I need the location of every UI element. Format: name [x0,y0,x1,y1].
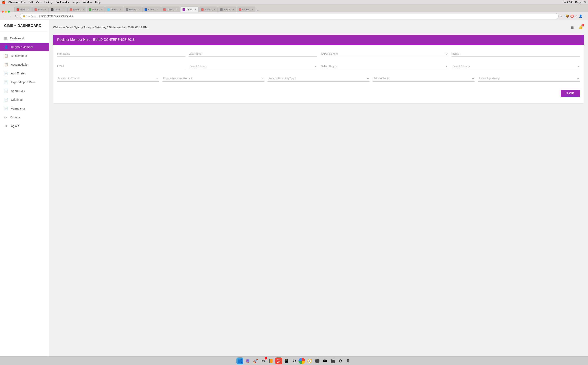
boarding-select[interactable]: Are you Boarding/Day? [268,76,369,82]
export-import-icon: 📄 [4,80,8,84]
address-bar[interactable]: 🔒 Not Secure | cims.dtcstz.com/dashboard… [20,13,559,19]
ext-icon-1[interactable]: i [564,15,564,18]
tab-close-cpanel1[interactable]: ✕ [214,8,215,11]
sidebar-item-add-entries[interactable]: 📄 Add Entries [0,69,49,78]
allergy-select[interactable]: Do you have an Allergy? [162,76,264,82]
dock-quicktime[interactable]: 🎬 [329,358,336,364]
back-button[interactable]: ‹ [2,14,7,19]
tab-close-mara[interactable]: ✕ [101,8,102,11]
tab-webm[interactable]: Webm... ✕ [67,7,86,12]
dock-safari[interactable]: 🧭 [306,358,313,364]
menubar-history[interactable]: History [44,1,52,4]
tab-close-git[interactable]: ✕ [176,8,178,11]
sidebar-item-export-import[interactable]: 📄 Export/Import Data [0,78,49,86]
tab-church[interactable]: Churc... ✕ [180,7,199,12]
sidebar-item-accommodation[interactable]: 📋 Accomodation [0,60,49,69]
tab-favicon-cpanel1 [201,8,203,11]
tab-visual[interactable]: Visual... ✕ [142,7,161,12]
menubar-chrome[interactable]: Chrome [8,1,18,4]
sidebar-item-offerings[interactable]: 📄 Offerings [0,95,49,104]
dock-xcode[interactable]: ⚫ [314,358,320,364]
header-icons: ▦ 🔔 5 [569,24,584,31]
tab-close-react[interactable]: ✕ [119,8,121,11]
save-button[interactable]: SAVE [561,90,580,97]
menubar-help[interactable]: Help [95,1,101,4]
tab-close-cpanel2[interactable]: ✕ [252,8,253,11]
last-name-input[interactable] [189,51,317,57]
dock-mail[interactable]: ✉ 1 [260,358,267,364]
tab-dash[interactable]: Dashl... ✕ [49,7,67,12]
region-select[interactable]: Select Region [320,63,448,69]
sidebar-item-reports[interactable]: ⚙ Reports [0,113,49,121]
menubar-people[interactable]: People [72,1,80,4]
tab-mochi[interactable]: mochi... ✕ [218,7,236,12]
mobile-input[interactable] [452,51,580,57]
position-select[interactable]: Position in Church [57,76,159,82]
dock-trash[interactable]: 🗑 [345,358,352,364]
sidebar: CIMS ~ DASHBOARD ▦ Dashboard 👤 Register … [0,20,49,357]
dock-settings[interactable]: ⚙ [291,358,298,364]
tab-close-visual[interactable]: ✕ [157,8,159,11]
tab-mara[interactable]: Marar... ✕ [87,7,105,12]
tab-close-mochi[interactable]: ✕ [232,8,234,11]
menubar-window[interactable]: Window [83,1,92,4]
maximize-window-btn[interactable] [8,11,10,12]
email-input[interactable] [57,63,185,69]
dock-launchpad[interactable]: 🚀 [252,358,259,364]
dock-finder[interactable]: 🔵 [236,358,243,364]
star-icon[interactable]: ☆ [560,14,562,18]
tab-cpanel2[interactable]: cPane... ✕ [237,7,255,12]
sidebar-label-dashboard: Dashboard [10,37,24,40]
sidebar-item-dashboard[interactable]: ▦ Dashboard [0,34,49,43]
menubar-view[interactable]: View [36,1,41,4]
tab-close-inbox[interactable]: ✕ [45,8,46,11]
church-select[interactable]: Select Church [189,63,317,69]
dock-photos[interactable]: 🏔 [321,358,328,364]
sidebar-item-all-members[interactable]: 📋 All Members [0,51,49,60]
tab-cpanel1[interactable]: cPane... ✕ [199,7,218,12]
forward-button[interactable]: › [8,14,13,19]
gender-select[interactable]: Select Gender Male Female [320,51,448,57]
country-select[interactable]: Select Country [452,63,580,69]
reports-icon: ⚙ [4,115,7,119]
age-group-select[interactable]: Select Age Group [478,76,580,82]
sidebar-item-logout[interactable]: ⇥ Log out [0,121,49,130]
tab-mobile[interactable]: Mobil... ✕ [14,7,32,12]
ext-icon-4[interactable]: □ [575,15,578,18]
dock-calendar[interactable]: NOV 24 [275,358,282,364]
new-tab-button[interactable]: + [256,8,260,12]
tab-close-dash[interactable]: ✕ [63,8,65,11]
dock-notes[interactable]: 📙 [268,358,274,364]
sidebar-item-register-member[interactable]: 👤 Register Member [0,43,49,51]
tab-close-mobile[interactable]: ✕ [28,8,30,11]
reload-button[interactable]: ↻ [14,14,19,19]
tab-close-webm[interactable]: ✕ [82,8,84,11]
minimize-window-btn[interactable] [5,11,7,12]
ext-icon-2[interactable]: 🦁 [566,14,569,18]
dock-app-store[interactable]: 📱 [283,358,290,364]
private-public-select[interactable]: Private/Public [373,76,475,82]
tab-close-church[interactable]: ✕ [195,8,196,11]
tab-git[interactable]: Git Re... ✕ [161,7,180,12]
menu-icon[interactable]: ⋮ [583,14,586,18]
all-members-icon: 📋 [4,54,8,58]
user-icon[interactable]: 👤 [579,14,582,18]
tab-welco[interactable]: Welco... ✕ [123,7,142,12]
dock-chrome[interactable] [298,358,305,364]
menubar-bookmarks[interactable]: Bookmarks [56,1,69,4]
tab-react[interactable]: React... ✕ [105,7,123,12]
menubar-file[interactable]: File [21,1,26,4]
notification-button[interactable]: 🔔 5 [577,24,584,31]
apple-menu[interactable]: 🍎 [2,0,6,4]
tab-inbox[interactable]: Inbox ✕ [32,7,49,12]
first-name-input[interactable] [57,51,185,57]
dock-siri[interactable]: 🔮 [244,358,251,364]
sidebar-item-attendance[interactable]: 📄 Attendance [0,104,49,113]
menubar-edit[interactable]: Edit [28,1,33,4]
grid-view-button[interactable]: ▦ [569,24,575,31]
dock-system-prefs[interactable]: ⚙ [337,358,344,364]
sidebar-item-send-sms[interactable]: 📄 Send SMS [0,86,49,95]
tab-close-welco[interactable]: ✕ [138,8,140,11]
close-window-btn[interactable] [2,11,4,12]
ext-icon-3[interactable]: ⭕ [570,14,574,18]
